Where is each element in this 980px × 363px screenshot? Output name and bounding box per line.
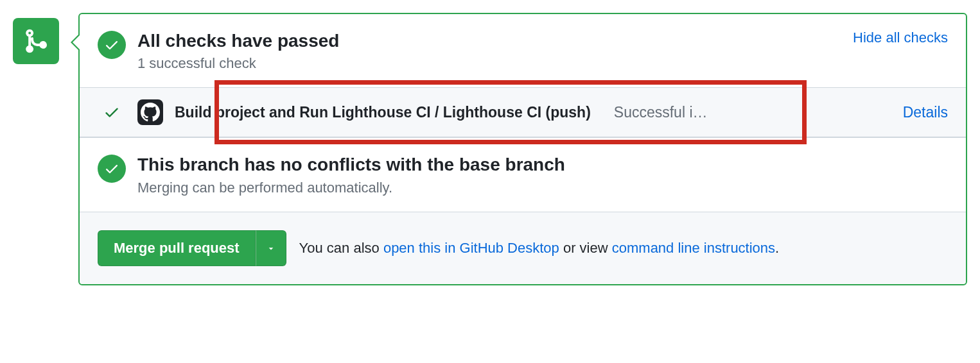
merge-hint-text: You can also open this in GitHub Desktop… (299, 240, 780, 257)
github-icon (141, 103, 160, 122)
conflicts-title: This branch has no conflicts with the ba… (137, 153, 948, 176)
merge-hint-mid: or view (559, 240, 612, 256)
merge-hint-prefix: You can also (299, 240, 383, 256)
merge-button-group: Merge pull request (98, 230, 286, 266)
check-item-status (98, 104, 126, 121)
checkmark-icon (104, 161, 119, 176)
merge-footer: Merge pull request You can also open thi… (80, 212, 966, 284)
checks-title: All checks have passed (137, 30, 841, 53)
github-actions-avatar (137, 99, 163, 125)
conflicts-section: This branch has no conflicts with the ba… (80, 137, 966, 211)
checks-success-indicator (98, 31, 126, 59)
merge-timeline-badge (13, 18, 59, 64)
merge-pull-request-button[interactable]: Merge pull request (98, 230, 256, 266)
checkmark-icon (104, 37, 119, 53)
conflicts-success-indicator (98, 155, 126, 183)
check-item-status-text: Successful i… (614, 104, 708, 121)
conflicts-subtitle: Merging can be performed automatically. (137, 180, 948, 196)
git-merge-icon (22, 28, 49, 55)
toggle-checks-link[interactable]: Hide all checks (853, 30, 948, 46)
merge-hint-suffix: . (775, 240, 779, 256)
checks-summary-section: All checks have passed 1 successful chec… (80, 14, 966, 87)
checks-subtitle: 1 successful check (137, 55, 841, 72)
merge-status-panel: All checks have passed 1 successful chec… (78, 13, 967, 285)
caret-down-icon (267, 244, 276, 253)
command-line-instructions-link[interactable]: command line instructions (612, 240, 775, 256)
checkmark-icon (103, 104, 120, 121)
check-item-row: Build project and Run Lighthouse CI / Li… (80, 87, 966, 137)
check-details-link[interactable]: Details (903, 104, 948, 121)
merge-options-dropdown-button[interactable] (256, 230, 286, 266)
check-item-name[interactable]: Build project and Run Lighthouse CI / Li… (175, 104, 591, 121)
open-github-desktop-link[interactable]: open this in GitHub Desktop (383, 240, 559, 256)
